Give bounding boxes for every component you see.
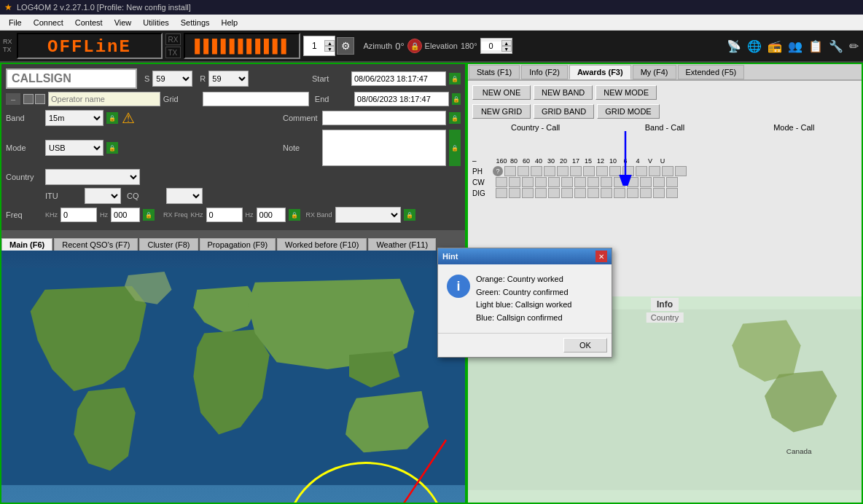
s-select[interactable]: 595857 (152, 71, 192, 87)
tab-stats[interactable]: Stats (F1) (469, 65, 520, 79)
freq-input[interactable] (60, 208, 97, 222)
hint-line-2: Green: Country confirmed (476, 286, 571, 299)
dig-cell-6 (561, 188, 573, 198)
elev-up[interactable]: ▲ (501, 40, 512, 46)
ph-cell-2 (518, 166, 529, 176)
rx-freq-input[interactable] (206, 208, 243, 222)
freq-lock[interactable]: 🔒 (143, 209, 155, 221)
dig-cell-1 (496, 188, 507, 198)
note-label: Note (283, 143, 319, 152)
lock-button[interactable]: 🔒 (407, 39, 422, 53)
band-label: Band (6, 114, 42, 122)
hint-ok-button[interactable]: OK (563, 338, 607, 353)
cw-cell-6 (561, 177, 573, 187)
hint-close-button[interactable]: ✕ (595, 251, 607, 262)
tool-icon-btn[interactable]: 🔧 (827, 38, 845, 55)
elev-down[interactable]: ▼ (501, 46, 512, 52)
tab-my[interactable]: My (F4) (633, 65, 676, 79)
spinner-up[interactable]: ▲ (324, 40, 335, 46)
rx-band-lock[interactable]: 🔒 (404, 209, 415, 221)
new-mode-btn[interactable]: NEW MODE (595, 85, 657, 100)
comment-lock[interactable]: 🔒 (449, 112, 461, 124)
country-select[interactable] (45, 169, 140, 185)
menu-file[interactable]: File (3, 17, 28, 28)
dig-cell-12 (640, 188, 652, 198)
ph-cell-6 (570, 166, 582, 176)
new-grid-btn[interactable]: NEW GRID (472, 104, 531, 119)
red-arrow-svg (388, 433, 461, 503)
start-lock[interactable]: 🔒 (449, 73, 461, 84)
log-icon-btn[interactable]: 📋 (807, 38, 824, 55)
elevation-label: Elevation (425, 42, 458, 50)
elevation-input[interactable] (481, 42, 501, 50)
ph-help-icon[interactable]: ? (493, 166, 503, 176)
tab-recent[interactable]: Recent QSO's (F7) (54, 238, 138, 251)
spinner-down[interactable]: ▼ (324, 46, 335, 52)
globe-icon-btn[interactable]: 🌐 (746, 38, 763, 55)
antenna-icon-btn[interactable]: 📡 (725, 38, 743, 55)
elevation-value: 180° (461, 42, 477, 50)
band-80: 80 (508, 157, 520, 165)
hint-footer: OK (438, 333, 612, 357)
dig-cell-13 (653, 188, 665, 198)
rx-freq-lock[interactable]: 🔒 (289, 209, 300, 221)
tab-propagation[interactable]: Propagation (F9) (200, 238, 276, 251)
radio-icon-btn[interactable]: 📻 (766, 38, 784, 55)
callsign-input[interactable] (6, 68, 137, 89)
new-one-btn[interactable]: NEW ONE (472, 85, 531, 100)
comment-input[interactable] (322, 111, 446, 125)
tab-worked-before[interactable]: Worked before (F10) (277, 238, 367, 251)
mode-select[interactable]: USBLSBCWFM (45, 140, 104, 156)
dig-cell-3 (522, 188, 534, 198)
gear-button[interactable]: ⚙ (337, 37, 354, 55)
menu-settings[interactable]: Settings (175, 17, 216, 28)
checkbox-2[interactable] (35, 94, 45, 104)
end-label: End (315, 95, 351, 103)
spinner-input[interactable] (304, 41, 324, 51)
freq-khz-input[interactable] (111, 208, 140, 222)
grid-input[interactable] (203, 92, 309, 106)
rx-band-select[interactable] (335, 207, 401, 223)
itu-select[interactable] (85, 188, 121, 204)
rx-freq-label: RX Freq (163, 211, 188, 218)
mode-lock[interactable]: 🔒 (106, 142, 118, 154)
r-select[interactable]: 595857 (208, 71, 249, 87)
grid-mode-btn[interactable]: GRID MODE (597, 104, 660, 119)
new-band-btn[interactable]: NEW BAND (534, 85, 593, 100)
pen-icon-btn[interactable]: ✏ (848, 38, 860, 55)
country-label: Country (6, 173, 42, 181)
menu-utilities[interactable]: Utilities (137, 17, 174, 28)
menu-help[interactable]: Help (216, 17, 244, 28)
rx-freq-khz-input[interactable] (257, 208, 286, 222)
band-select[interactable]: 15m10m20m40m (45, 110, 104, 126)
band-grid-header: – 160 80 60 40 30 20 17 15 12 10 6 4 (472, 157, 857, 165)
operator-input[interactable] (48, 92, 160, 106)
note-lock[interactable]: 🔒 (449, 130, 461, 166)
tab-main[interactable]: Main (F6) (1, 238, 52, 251)
menu-view[interactable]: View (109, 17, 138, 28)
tab-awards[interactable]: Awards (F3) (569, 65, 631, 79)
dig-cell-7 (574, 188, 586, 198)
end-datetime[interactable] (354, 92, 449, 106)
menu-contest[interactable]: Contest (69, 17, 109, 28)
tab-weather[interactable]: Weather (F11) (368, 238, 436, 251)
ph-cell-12 (649, 166, 660, 176)
band-15: 15 (582, 157, 594, 165)
grid-band-btn[interactable]: GRID BAND (534, 104, 594, 119)
checkbox-1[interactable] (23, 94, 34, 104)
band-lock[interactable]: 🔒 (106, 112, 118, 124)
group-icon-btn[interactable]: 👥 (786, 38, 804, 55)
band-30: 30 (545, 157, 557, 165)
start-datetime[interactable] (351, 71, 446, 86)
cq-select[interactable] (166, 188, 203, 204)
end-lock[interactable]: 🔒 (452, 93, 461, 105)
tab-extended[interactable]: Extended (F5) (678, 65, 745, 79)
callsign-row: S 595857 R 595857 Start 🔒 (6, 68, 461, 89)
elevation-spinner[interactable]: ▲ ▼ (480, 38, 512, 54)
tab-info[interactable]: Info (F2) (521, 65, 568, 79)
tab-cluster[interactable]: Cluster (F8) (139, 238, 198, 251)
menu-connect[interactable]: Connect (28, 17, 69, 28)
menubar: File Connect Contest View Utilities Sett… (0, 15, 863, 31)
note-textarea[interactable] (322, 130, 446, 166)
elevation-section: Elevation 180° (425, 42, 477, 50)
